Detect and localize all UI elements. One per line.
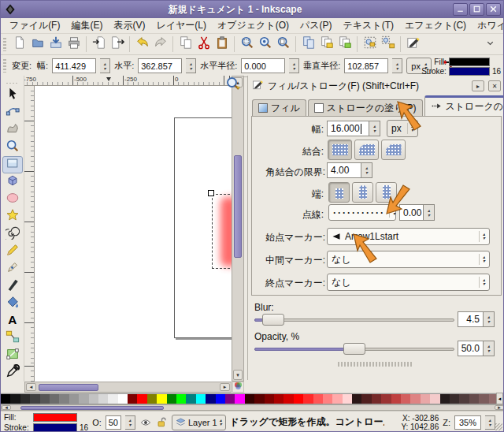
fill-color-swatch[interactable] xyxy=(33,413,77,422)
minimize-button[interactable] xyxy=(453,3,468,16)
palette-swatch-25[interactable] xyxy=(245,393,254,404)
palette-swatch-29[interactable] xyxy=(284,393,293,404)
stroke-swatch[interactable] xyxy=(449,67,490,76)
canvas[interactable] xyxy=(35,86,232,382)
opacity-slider[interactable] xyxy=(254,343,454,355)
scroll-down-button[interactable]: ▾ xyxy=(233,370,243,380)
box-3d-tool[interactable] xyxy=(2,173,23,191)
print-button[interactable] xyxy=(65,35,83,54)
palette-scroll-thumb[interactable] xyxy=(20,406,164,410)
zoom-drawing-button[interactable] xyxy=(256,35,274,54)
canvas-vertical-scrollbar[interactable]: ▴ ▾ xyxy=(232,76,244,382)
color-managed-view-button[interactable] xyxy=(232,382,244,393)
ellipse-tool[interactable] xyxy=(2,191,23,208)
palette-swatch-14[interactable] xyxy=(137,393,146,404)
miter-limit-input[interactable]: 4.00 xyxy=(327,162,361,178)
toolbar-grip[interactable] xyxy=(3,59,6,73)
cap-butt-button[interactable] xyxy=(328,182,350,203)
palette-swatch-41[interactable] xyxy=(401,393,410,404)
palette-swatch-32[interactable] xyxy=(313,393,323,404)
palette-swatch-36[interactable] xyxy=(352,393,361,404)
dialog-dock-button[interactable]: ▸ xyxy=(472,80,484,91)
menu-item-file[interactable]: ファイル(F) xyxy=(4,17,65,34)
palette-swatch-17[interactable] xyxy=(167,393,176,404)
zoom-spinner[interactable]: ▴▾ xyxy=(485,415,495,430)
window-resize-grip[interactable] xyxy=(495,423,502,430)
menu-item-effects[interactable]: エフェクト(C) xyxy=(399,17,472,34)
palette-swatch-21[interactable] xyxy=(206,393,215,404)
redo-button[interactable] xyxy=(151,35,169,54)
palette-scroll-left[interactable]: ◂ xyxy=(2,405,11,410)
palette-swatch-30[interactable] xyxy=(294,393,303,404)
duplicate-button[interactable] xyxy=(299,35,317,54)
pencil-tool[interactable] xyxy=(2,243,23,260)
palette-scroll-left-button[interactable]: ◂ xyxy=(496,393,503,404)
fill-swatch[interactable] xyxy=(449,58,490,66)
toolbox-grip[interactable] xyxy=(6,83,19,84)
palette-swatch-19[interactable] xyxy=(186,393,195,404)
rectangle-tool[interactable] xyxy=(2,156,23,173)
join-bevel-button[interactable] xyxy=(381,140,406,160)
menu-item-view[interactable]: 表示(V) xyxy=(108,17,150,34)
blur-spinner[interactable]: ▴▾ xyxy=(484,311,495,327)
palette-swatch-22[interactable] xyxy=(216,393,225,404)
close-button[interactable] xyxy=(486,3,501,16)
palette-swatch-47[interactable] xyxy=(459,393,469,404)
gradient-tool[interactable] xyxy=(2,347,23,364)
miter-limit-spinner[interactable]: ▴▾ xyxy=(361,162,372,178)
new-document-button[interactable] xyxy=(10,35,28,54)
palette-swatch-40[interactable] xyxy=(391,393,401,404)
palette-swatch-11[interactable] xyxy=(108,393,117,404)
palette-swatch-48[interactable] xyxy=(469,393,479,404)
palette-swatch-23[interactable] xyxy=(225,393,235,404)
paste-button[interactable] xyxy=(213,35,231,54)
palette-swatch-44[interactable] xyxy=(430,393,439,404)
copy-button[interactable] xyxy=(176,35,195,54)
scroll-left-button[interactable]: ◂ xyxy=(26,383,36,391)
zoom-input[interactable]: 35% xyxy=(454,415,481,430)
palette-swatch-4[interactable] xyxy=(40,393,50,404)
selection-handle[interactable] xyxy=(208,190,214,196)
star-tool[interactable] xyxy=(2,208,23,225)
layer-visibility-toggle[interactable] xyxy=(139,417,152,428)
open-document-button[interactable] xyxy=(28,35,46,54)
blur-slider-thumb[interactable] xyxy=(262,314,284,326)
width-spinner[interactable]: ▴▾ xyxy=(100,58,110,73)
tab-fill[interactable]: フィル xyxy=(252,99,306,116)
title-bar[interactable]: 新規ドキュメント 1 - Inkscape xyxy=(1,1,503,18)
menu-item-path[interactable]: パス(P) xyxy=(295,17,338,34)
palette-swatch-33[interactable] xyxy=(323,393,332,404)
layer-lock-toggle[interactable] xyxy=(156,416,168,428)
layer-select[interactable]: Layer 1 ▴▾ xyxy=(172,415,226,430)
object-opacity-spinner[interactable]: ▴▾ xyxy=(125,415,135,430)
spiral-tool[interactable] xyxy=(2,225,23,243)
toolbar-grip[interactable] xyxy=(3,38,6,51)
menu-item-layer[interactable]: レイヤー(L) xyxy=(150,17,212,34)
menu-item-edit[interactable]: 編集(E) xyxy=(65,17,108,34)
save-document-button[interactable] xyxy=(46,35,65,54)
import-button[interactable] xyxy=(90,35,108,54)
palette-swatch-9[interactable] xyxy=(89,393,98,404)
horizontal-input[interactable]: 362.857 xyxy=(138,58,182,73)
rx-spinner[interactable]: ▴▾ xyxy=(289,58,299,73)
menu-item-object[interactable]: オブジェクト(O) xyxy=(212,17,295,34)
palette-swatch-45[interactable] xyxy=(440,393,450,404)
palette-swatch-27[interactable] xyxy=(265,393,274,404)
palette-swatch-24[interactable] xyxy=(235,393,244,404)
dialog-resize-grip[interactable] xyxy=(338,362,413,367)
rx-input[interactable]: 0.000 xyxy=(241,58,285,73)
selector-tool[interactable] xyxy=(2,87,23,104)
create-clone-button[interactable] xyxy=(317,35,335,54)
ry-spinner[interactable]: ▴▾ xyxy=(392,58,402,73)
menu-item-whiteboard[interactable]: ホワイトボード(B) xyxy=(472,17,504,34)
zoom-selection-button[interactable] xyxy=(238,35,256,54)
maximize-button[interactable] xyxy=(469,3,484,16)
unlink-clone-button[interactable] xyxy=(335,35,354,54)
palette-scroll-right[interactable]: ▸ xyxy=(495,405,504,410)
width-input[interactable]: 411.429 xyxy=(52,58,96,73)
palette-swatch-42[interactable] xyxy=(410,393,420,404)
palette-swatch-3[interactable] xyxy=(30,393,39,404)
menu-item-text[interactable]: テキスト(T) xyxy=(338,17,399,34)
horizontal-scroll-thumb[interactable] xyxy=(39,384,98,391)
xml-editor-button[interactable] xyxy=(404,35,422,54)
